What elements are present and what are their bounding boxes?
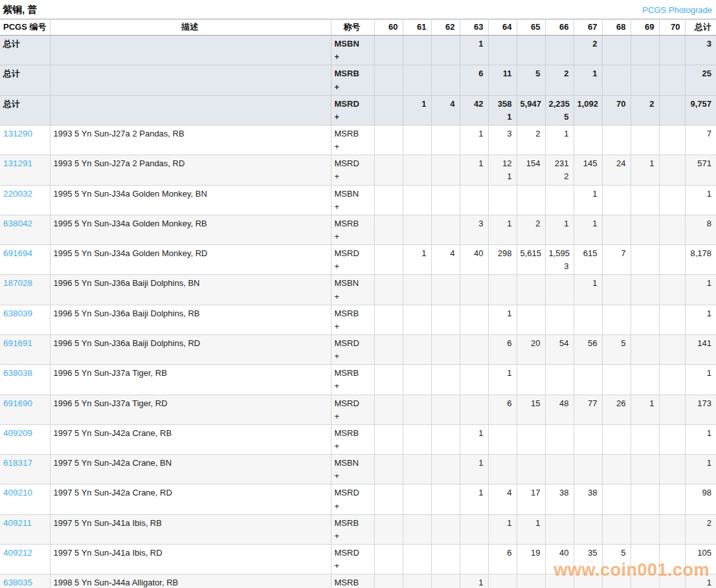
- coin-description: 1993 5 Yn Sun-J27a 2 Pandas, RB: [50, 125, 331, 155]
- grade-64-cell: 1: [488, 514, 517, 544]
- grade-67-cell: 2: [574, 36, 602, 65]
- grade-65-cell: 1: [517, 514, 545, 544]
- pcgs-number-link[interactable]: 131290: [3, 129, 32, 138]
- grade-61-cell: 1: [403, 95, 431, 125]
- grade-65-cell: [517, 574, 545, 588]
- grade-70-cell: [659, 155, 685, 185]
- grade-66-cell: [545, 305, 574, 334]
- grade-67-cell: [574, 514, 602, 544]
- grade-65-cell: [517, 185, 545, 215]
- pcgs-number-link[interactable]: 409209: [3, 428, 32, 438]
- pcgs-number-cell: 638035: [0, 574, 50, 588]
- designation-cell: MSRB +: [331, 365, 374, 395]
- grade-61-cell: 1: [403, 245, 431, 275]
- col-header-grade-65: 65: [517, 19, 545, 36]
- pcgs-number-link[interactable]: 131291: [3, 158, 32, 168]
- grade-66-cell: 2: [545, 65, 574, 95]
- col-header-grade-69: 69: [631, 19, 659, 36]
- designation-cell: MSBN +: [331, 185, 374, 215]
- row-total-cell: 8: [685, 215, 716, 245]
- designation-cell: MSRD +: [331, 544, 374, 574]
- grade-63-cell: 1: [460, 574, 488, 588]
- pcgs-number-link[interactable]: 691691: [3, 338, 32, 348]
- designation-cell: MSRD +: [331, 155, 374, 185]
- coin-description: 1997 5 Yn Sun-J42a Crane, BN: [50, 455, 331, 485]
- coin-description: 1995 5 Yn Sun-J34a Golden Monkey, RB: [50, 215, 331, 245]
- grade-70-cell: [659, 125, 685, 155]
- grade-60-cell: [374, 245, 403, 275]
- pcgs-number-link[interactable]: 638042: [3, 219, 32, 228]
- pcgs-number-link[interactable]: 187028: [3, 278, 32, 288]
- grade-64-cell: [488, 455, 517, 485]
- coin-description: 1996 5 Yn Sun-J36a Baiji Dolphins, BN: [50, 275, 331, 305]
- grade-67-cell: 38: [574, 485, 602, 514]
- grade-64-cell: 6: [488, 334, 517, 364]
- grade-69-cell: [631, 334, 659, 364]
- pcgs-number-link[interactable]: 691690: [3, 398, 32, 408]
- pcgs-number-link[interactable]: 409212: [3, 548, 32, 558]
- grade-67-cell: [574, 365, 602, 395]
- grade-67-cell: 77: [574, 395, 602, 424]
- pcgs-number-link[interactable]: 638035: [3, 578, 32, 587]
- designation-cell: MSRD +: [331, 395, 374, 424]
- grade-63-cell: 1: [460, 424, 488, 454]
- grade-63-cell: 6: [460, 65, 488, 95]
- pcgs-number-cell: 691690: [0, 395, 50, 424]
- grade-69-cell: [631, 65, 659, 95]
- grade-61-cell: [403, 125, 431, 155]
- grade-66-cell: 231 2: [545, 155, 574, 185]
- grade-68-cell: [602, 365, 631, 395]
- grade-68-cell: 26: [602, 395, 631, 424]
- grade-62-cell: [431, 365, 460, 395]
- grade-69-cell: [631, 544, 659, 574]
- grade-60-cell: [374, 65, 403, 95]
- grade-68-cell: [602, 305, 631, 334]
- pcgs-number-link[interactable]: 691694: [3, 248, 32, 258]
- pcgs-number-link[interactable]: 618317: [3, 458, 32, 468]
- pcgs-number-link[interactable]: 409211: [3, 518, 32, 528]
- grade-66-cell: 38: [545, 485, 574, 514]
- grade-65-cell: 154: [517, 155, 545, 185]
- grade-60-cell: [374, 185, 403, 215]
- grade-62-cell: [431, 275, 460, 305]
- grade-62-cell: 4: [431, 95, 460, 125]
- grade-61-cell: [403, 275, 431, 305]
- grade-61-cell: [403, 155, 431, 185]
- col-header-grade-64: 64: [488, 19, 517, 36]
- grade-62-cell: [431, 215, 460, 245]
- grade-69-cell: 1: [631, 395, 659, 424]
- pcgs-number-cell: 691694: [0, 245, 50, 275]
- pcgs-number-link[interactable]: 220032: [3, 189, 32, 199]
- pcgs-number-link[interactable]: 409210: [3, 488, 32, 497]
- pcgs-number-link[interactable]: 638038: [3, 368, 32, 378]
- pcgs-number-cell: 638039: [0, 305, 50, 334]
- grade-70-cell: [659, 305, 685, 334]
- grade-61-cell: [403, 485, 431, 514]
- grade-62-cell: [431, 424, 460, 454]
- row-total-cell: 1: [685, 185, 716, 215]
- grade-68-cell: [602, 514, 631, 544]
- pcgs-number-link[interactable]: 638039: [3, 309, 32, 318]
- photograde-link[interactable]: PCGS Photograde: [642, 5, 712, 15]
- grade-70-cell: [659, 365, 685, 395]
- grade-70-cell: [659, 424, 685, 454]
- grade-60-cell: [374, 305, 403, 334]
- grade-66-cell: 40: [545, 544, 574, 574]
- grade-68-cell: 5: [602, 544, 631, 574]
- designation-cell: MSRD +: [331, 485, 374, 514]
- table-row: 220032 1995 5 Yn Sun-J34a Golden Monkey,…: [0, 185, 716, 215]
- table-row: 618317 1997 5 Yn Sun-J42a Crane, BN MSBN…: [0, 455, 716, 485]
- table-row: 131290 1993 5 Yn Sun-J27a 2 Pandas, RB M…: [0, 125, 716, 155]
- table-row: 409210 1997 5 Yn Sun-J42a Crane, RD MSRD…: [0, 485, 716, 514]
- grade-68-cell: [602, 185, 631, 215]
- coin-description: 1997 5 Yn Sun-J41a Ibis, RB: [50, 514, 331, 544]
- grade-65-cell: [517, 305, 545, 334]
- pcgs-number-cell: 220032: [0, 185, 50, 215]
- grade-70-cell: [659, 455, 685, 485]
- grade-62-cell: [431, 574, 460, 588]
- coin-description: [50, 95, 331, 125]
- grade-64-cell: 358 1: [488, 95, 517, 125]
- table-row: 409212 1997 5 Yn Sun-J41a Ibis, RD MSRD …: [0, 544, 716, 574]
- grade-65-cell: 20: [517, 334, 545, 364]
- total-row-label: 总计: [3, 39, 20, 49]
